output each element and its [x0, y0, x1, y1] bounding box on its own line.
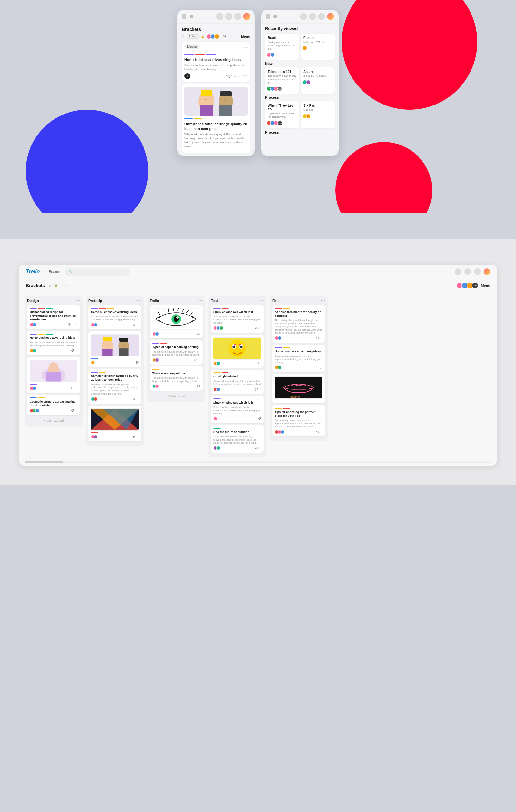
col-final-menu[interactable]: [321, 300, 325, 301]
rv-card-sixpac[interactable]: Six Pac Gas pric...: [301, 101, 335, 128]
menu-button[interactable]: Menu: [241, 34, 250, 38]
rv-section-new: New: [265, 62, 335, 65]
rv-card-telescopes[interactable]: Telescopes 101 The beauty of astronomy i…: [265, 67, 299, 93]
card-body-image[interactable]: 💬 ♡: [27, 357, 80, 393]
blob-blue: [26, 110, 148, 213]
board-columns: Design Old fashioned recipe for preventi…: [19, 292, 497, 461]
card-cartoon[interactable]: 💬: [211, 335, 264, 368]
card-linux-1[interactable]: Linux or windows which is it Successfull…: [211, 305, 264, 332]
col-test-title: Test: [211, 299, 218, 302]
add-button[interactable]: +: [184, 73, 190, 79]
col-test-menu[interactable]: [260, 300, 264, 301]
rv-arrow-1[interactable]: →: [293, 53, 296, 57]
topbar-icon-a[interactable]: [455, 268, 461, 275]
ca-av2: [216, 361, 220, 365]
c2-av2: [33, 349, 36, 353]
proto4-footer: 💬 ♡: [91, 435, 139, 439]
card-unmatched-proto[interactable]: Unmatched toner cartridge quality 20 les…: [88, 369, 141, 403]
add-card-trello[interactable]: + Add new card: [150, 393, 203, 400]
board-meta-more[interactable]: •••: [65, 284, 68, 287]
ca-s1: 💬: [258, 362, 261, 365]
c3-av2: [33, 386, 36, 390]
topbar2-icon-1[interactable]: [300, 13, 307, 20]
tp-bars: [152, 343, 200, 344]
tg-stats: 💬 ♡: [316, 431, 323, 433]
lips-image: tonighep: [275, 376, 323, 399]
ah-b1: [275, 308, 282, 309]
topbar-icon-3[interactable]: [234, 13, 241, 20]
article1-stats: 76💬 46♡ 12↗: [225, 75, 248, 78]
heart-icon[interactable]: ♡: [182, 35, 185, 38]
card-dna[interactable]: Dna the future of nutrition Why does any…: [211, 425, 264, 453]
search-bar[interactable]: 🔍: [65, 268, 130, 276]
topbar2-avatar[interactable]: [327, 13, 334, 20]
topbar-icon-b[interactable]: [464, 268, 471, 275]
phone-brackets: Brackets ♡ Public 🔒 +44 Menu Design: [177, 10, 255, 156]
card-cosmetic-surgery[interactable]: Cosmetic surgery abroad making the right…: [27, 395, 80, 415]
c4-av3: [35, 409, 39, 413]
proto3-bars: [91, 372, 139, 373]
svg-point-37: [239, 346, 242, 348]
search-icon2[interactable]: [273, 14, 277, 19]
add-card-design[interactable]: + Add new card: [27, 417, 80, 424]
card-home-business-design[interactable]: Home business advertising ideas Successf…: [27, 331, 80, 355]
bar-d2-2: [38, 334, 45, 335]
topbar-avatar[interactable]: [243, 13, 250, 20]
card-eye-art[interactable]: 💬: [150, 305, 203, 339]
card-at-home[interactable]: At home treatments for beauty on a budge…: [272, 305, 325, 343]
topbar2-icon-2[interactable]: [309, 13, 316, 20]
c4-stat1: 💬: [71, 409, 74, 412]
scrollbar-thumb[interactable]: [25, 461, 63, 463]
article1-desc: Successful businesses know the importanc…: [184, 63, 248, 71]
board-meta-star[interactable]: ☆: [49, 284, 52, 287]
bs-bars: [213, 372, 261, 373]
col-prototip-menu[interactable]: [137, 300, 141, 301]
topbar-main-avatar[interactable]: [484, 268, 490, 275]
card-menu-dots[interactable]: [243, 48, 248, 49]
rv-grid-1: Brackets Saving money – is something we …: [265, 33, 335, 60]
card-no-competition[interactable]: There is no competition The article is f…: [150, 367, 203, 391]
public-badge[interactable]: Public: [187, 34, 199, 39]
topbar-icon-1[interactable]: [216, 13, 223, 20]
card2-bars: [30, 334, 78, 335]
bs-s1: 💬: [255, 388, 258, 391]
topbar2-icon-3[interactable]: [318, 13, 325, 20]
card-abstract-proto[interactable]: 💬 ♡: [88, 406, 141, 441]
l2-s1: 💬: [258, 417, 261, 420]
board-menu-btn[interactable]: Menu: [481, 284, 490, 287]
l1-av3: [219, 326, 223, 330]
proto3-avatars: [91, 397, 98, 401]
rv-card-whatif[interactable]: What If They Let You... If you are in th…: [265, 101, 299, 128]
nc-b1: [152, 369, 159, 370]
l1-b1: [213, 308, 221, 309]
svg-rect-22: [119, 338, 128, 342]
rv-card-asteroi[interactable]: Asteroi It is a g... PC as ar...: [301, 67, 335, 93]
e-av2: [155, 332, 159, 336]
proto3-desc: Why read motivational sayings? For motiv…: [91, 383, 139, 396]
topbar-icon-c[interactable]: [474, 268, 481, 275]
rv-card5-title: What If They Let You...: [268, 104, 296, 111]
board-meta-share[interactable]: ↗: [60, 284, 63, 287]
proto1-avatars: [91, 323, 98, 327]
card-types-paper[interactable]: Types of paper in catalog printing The a…: [150, 340, 203, 365]
card-home-bus-proto[interactable]: Home business advertising ideas Successf…: [88, 305, 141, 329]
rv-card-picture[interactable]: Picture In the la... FTA sat...: [301, 33, 335, 60]
tp-footer: 💬 ♡: [152, 358, 200, 362]
search-icon[interactable]: [190, 14, 193, 19]
rv-arrow-3[interactable]: →: [293, 122, 296, 125]
col-design-menu[interactable]: [76, 300, 80, 301]
card-home-bus-final[interactable]: Home business advertising ideas Successf…: [272, 345, 325, 372]
col-trello-menu[interactable]: [198, 300, 203, 301]
boards-button[interactable]: ⊞ Boards: [45, 270, 60, 273]
card-old-fashioned[interactable]: Old fashioned recipe for preventing alle…: [27, 305, 80, 329]
bs-stats: 💬 ♡: [255, 388, 261, 391]
topbar-icon-2[interactable]: [225, 13, 232, 20]
rv-card-brackets[interactable]: Brackets Saving money – is something we …: [265, 33, 299, 60]
bottom-section: Trello ⊞ Boards 🔍 Brackets ☆ 🔒 ↗ ••: [0, 239, 516, 485]
card-couple-proto[interactable]: 💬: [88, 331, 141, 367]
card-tips-gloss[interactable]: Tips for choosing the perfect gloss for …: [272, 405, 325, 436]
rv-arrow-2[interactable]: →: [293, 87, 296, 91]
card-lips[interactable]: tonighep: [272, 374, 325, 403]
card-linux-2[interactable]: Linux or windows which is it Successfull…: [211, 396, 264, 423]
card-bo-single[interactable]: Bo single minded Create a list with all …: [211, 370, 264, 394]
